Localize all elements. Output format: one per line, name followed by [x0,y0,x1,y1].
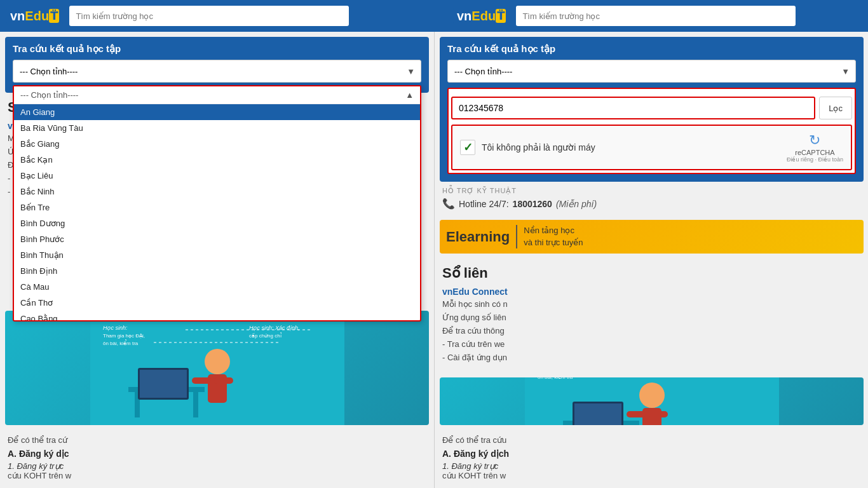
elearning-title: Elearning [446,229,510,245]
svg-text:cấp chứng chỉ: cấp chứng chỉ [249,332,282,339]
svg-text:ôn bài, kiểm tra: ôn bài, kiểm tra [538,377,573,379]
recaptcha-label: Tôi không phải là người máy [482,142,595,152]
loc-button[interactable]: Lọc [819,97,852,119]
province-select-wrapper-right: --- Chọn tỉnh---- ▼ [447,60,856,83]
left-banner-svg: Học sinh: Tham gia học ÐẠi, ôn bài, kiểm… [90,311,344,425]
id-input[interactable]: 012345678 [451,97,815,119]
right-text3: Để tra cứu thông [442,326,861,336]
svg-text:Học sinh: Xác định,: Học sinh: Xác định, [249,325,300,331]
dropdown-item-11[interactable]: Cà Mau [14,279,420,295]
dropdown-item-9[interactable]: Bình Thuận [14,247,420,263]
right-panel: Tra cứu kết quả học tập --- Chọn tỉnh---… [435,32,868,488]
dropdown-item-7[interactable]: Bình Dương [14,215,420,231]
left-section-a: A. Đăng ký dịc [8,449,426,459]
dropdown-item-12[interactable]: Cần Thơ [14,295,420,311]
logo-edu-right: Edu [471,9,496,24]
dropdown-item-0[interactable]: An Giang [14,104,420,120]
right-sub1: 1. Đăng ký trực [442,461,861,471]
svg-rect-25 [627,411,646,417]
logo-left: vnEduT̈ [6,8,63,25]
left-panel-title: Tra cứu kết quả học tập [13,43,421,55]
right-text1: Mỗi học sinh có n [442,299,861,309]
recaptcha-logo-icon: ↻ [787,132,843,149]
recaptcha-box[interactable]: ✓ Tôi không phải là người máy ↻ reCAPTCH… [451,125,852,170]
right-content-area: Sổ liên vnEdu Connect Mỗi học sinh có n … [435,259,868,372]
support-title: HỖ TRỢ KỸ THUẬT [442,187,861,195]
dropdown-item-10[interactable]: Bình Định [14,263,420,279]
hotline-label: Hotline 24/7: [459,199,509,209]
check-icon: ✓ [463,140,473,154]
recaptcha-right: ↻ reCAPTCHA Điều riêng · Điều toàn [787,132,843,163]
left-sub1-text: cứu KOHT trên w [8,471,426,480]
right-bullet2: - Cài đặt ứng dụn [442,353,861,362]
svg-text:ôn bài, kiểm tra: ôn bài, kiểm tra [103,339,139,346]
dropdown-item-3[interactable]: Bắc Kạn [14,152,420,168]
province-select-left[interactable]: --- Chọn tỉnh---- [13,60,421,83]
logo-vn-right: vn [457,9,471,24]
logo-right: vnEduT̈ [453,8,510,25]
input-section: 012345678 Lọc ✓ Tôi không phải là người … [447,88,856,174]
main-content: Tra cứu kết quả học tập --- Chọn tỉnh---… [0,32,868,488]
left-lower-content: Để có thể tra cứ A. Đăng ký dịc 1. Đăng … [0,430,434,488]
right-banner: Học sinh: Tham gia học ÐẠi, ôn bài, kiểm… [440,377,864,425]
right-lower-content: Để có thể tra cứu A. Đăng ký dịch 1. Đăn… [435,430,868,488]
dropdown-item-2[interactable]: Bắc Giang [14,136,420,152]
svg-rect-9 [214,377,233,384]
svg-rect-3 [193,392,198,417]
dropdown-item-5[interactable]: Bắc Ninh [14,184,420,200]
dropdown-item-8[interactable]: Bình Phước [14,231,420,247]
dropdown-header-left: --- Chọn tỉnh---- ▲ [14,86,420,104]
logo-box-left: T̈ [49,9,59,23]
search-input-right[interactable] [516,6,796,26]
header-right: vnEduT̈ [453,6,868,26]
right-brand-name: vnEdu Connect [442,287,861,297]
header-left: vnEduT̈ [6,6,440,26]
dropdown-item-6[interactable]: Bến Tre [14,200,420,215]
right-bullet1: - Tra cứu trên we [442,339,861,349]
support-section: HỖ TRỢ KỸ THUẬT 📞 Hotline 24/7: 18001260… [435,182,868,215]
dropdown-item-4[interactable]: Bạc Liêu [14,168,420,184]
svg-rect-8 [192,377,211,384]
logo-vn-left: vn [10,9,25,24]
svg-rect-5 [140,370,187,398]
right-banner-figure: Học sinh: Tham gia học ÐẠi, ôn bài, kiểm… [440,377,864,425]
right-sub1-text: cứu KOHT trên w [442,471,861,480]
right-banner-svg: Học sinh: Tham gia học ÐẠi, ôn bài, kiểm… [525,377,779,425]
elearning-banner: Elearning Nền tảng học và thi trực tuyến [440,220,864,254]
phone-icon: 📞 [442,198,455,210]
svg-point-23 [639,383,665,408]
recaptcha-privacy: Điều riêng · Điều toàn [787,156,843,163]
svg-rect-22 [574,403,621,425]
province-select-wrapper-left: --- Chọn tỉnh---- ▼ [13,60,421,83]
header: vnEduT̈ vnEduT̈ [0,0,868,32]
dropdown-items-left[interactable]: An GiangBa Ria Vũng TàuBắc GiangBắc KạnB… [14,104,420,320]
logo-edu-left: Edu [25,9,49,24]
left-lower-text: Để có thể tra cứ [8,435,426,445]
input-row: 012345678 Lọc [451,97,852,119]
svg-text:Tham gia học ÐẠi,: Tham gia học ÐẠi, [103,333,145,339]
left-banner-figure: Học sinh: Tham gia học ÐẠi, ôn bài, kiểm… [5,311,429,425]
hotline-free: (Miễn phí) [556,199,597,209]
logo-box-right: T̈ [496,9,506,23]
right-blue-section: Tra cứu kết quả học tập --- Chọn tỉnh---… [440,37,864,182]
left-blue-section: Tra cứu kết quả học tập --- Chọn tỉnh---… [5,37,429,93]
dropdown-arrow-up: ▲ [405,90,414,100]
province-select-right[interactable]: --- Chọn tỉnh---- [447,60,856,83]
recaptcha-brand: reCAPTCHA [787,149,843,156]
recaptcha-checkbox[interactable]: ✓ [460,140,475,155]
left-banner: Học sinh: Tham gia học ÐẠi, ôn bài, kiểm… [5,311,429,425]
dropdown-list-left[interactable]: --- Chọn tỉnh---- ▲ An GiangBa Ria Vũng … [13,85,421,322]
svg-rect-26 [649,411,668,417]
recaptcha-left: ✓ Tôi không phải là người máy [460,140,595,155]
right-text2: Ứng dụng số liên [442,313,861,322]
search-input-left[interactable] [69,6,349,26]
left-panel: Tra cứu kết quả học tập --- Chọn tỉnh---… [0,32,434,488]
elearning-subtitle: Nền tảng học và thi trực tuyến [516,225,583,248]
right-content-title: Sổ liên [442,265,861,281]
dropdown-item-13[interactable]: Cao Bằng [14,311,420,320]
right-section-a: A. Đăng ký dịch [442,449,861,459]
hotline-row: 📞 Hotline 24/7: 18001260 (Miễn phí) [442,198,861,210]
left-sub1: 1. Đăng ký trực [8,461,426,471]
dropdown-item-1[interactable]: Ba Ria Vũng Tàu [14,120,420,136]
right-panel-title: Tra cứu kết quả học tập [447,43,856,55]
